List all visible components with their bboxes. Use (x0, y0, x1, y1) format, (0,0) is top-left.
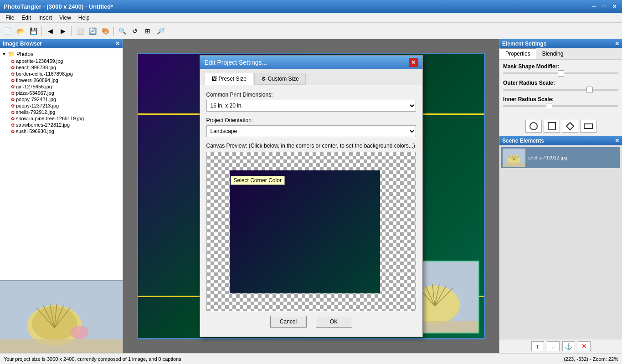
scene-item[interactable]: shells-792912.jpg (501, 147, 620, 168)
file-tree: ▼ 📁 Photos ✿ appetite-1238459.jpg ✿ beac… (0, 48, 123, 280)
menu-insert[interactable]: Insert (35, 14, 56, 22)
canvas-inner (230, 170, 380, 293)
diamond-shape-button[interactable] (562, 120, 578, 133)
mask-shape-slider[interactable] (503, 72, 618, 74)
canvas-preview-area[interactable]: Select Corner Color (206, 152, 416, 311)
expand-icon[interactable]: ▼ (2, 51, 6, 56)
element-settings-tabs: Properties Blending (499, 48, 622, 60)
scene-elements-title: Scene Elements (502, 138, 544, 144)
prev-button[interactable]: ◀ (44, 25, 56, 37)
minimize-button[interactable]: ─ (590, 2, 598, 10)
rect-shape-button[interactable] (580, 120, 596, 133)
inner-radius-slider[interactable] (503, 105, 618, 107)
inner-radius-thumb[interactable] (546, 103, 552, 109)
list-item[interactable]: ✿ border-collie-1167898.jpg (2, 71, 121, 77)
element-settings-close[interactable]: ✕ (615, 41, 619, 47)
tab-preset-size[interactable]: 🖼 Preset Size (205, 73, 253, 85)
next-button[interactable]: ▶ (57, 25, 69, 37)
edit-project-settings-dialog: Edit Project Settings... ✕ 🖼 Preset Size… (200, 55, 423, 337)
scene-elements-list: shells-792912.jpg (499, 145, 622, 339)
canvas-area[interactable]: Edit Project Settings... ✕ 🖼 Preset Size… (123, 39, 499, 353)
tree-root[interactable]: ▼ 📁 Photos (2, 50, 121, 58)
file-label: snow-in-pine-tree-1265119.jpg (16, 116, 84, 121)
zoom-in-button[interactable]: 🔍 (116, 25, 128, 37)
right-bottom-toolbar: ↑ ↓ ⚓ ✕ (499, 339, 622, 353)
orientation-group: Project Orientation: Portrait Landscape (206, 117, 416, 137)
list-item[interactable]: ✿ shells-792912.jpg (2, 109, 121, 115)
mask-shape-label: Mask Shape Modifier: (503, 63, 618, 70)
outer-radius-slider-row: Outer Radius Scale: (503, 80, 618, 91)
tab-blending[interactable]: Blending (536, 48, 570, 59)
tab-custom-size[interactable]: ⚙ Custom Size (254, 73, 306, 85)
new-button[interactable]: 📄 (2, 25, 14, 37)
image-browser-close[interactable]: ✕ (115, 41, 120, 47)
save-button[interactable]: 💾 (27, 25, 39, 37)
menu-help[interactable]: Help (75, 14, 93, 22)
modal-close-button[interactable]: ✕ (409, 58, 418, 67)
move-up-button[interactable]: ↑ (531, 341, 544, 351)
move-down-button[interactable]: ↓ (547, 341, 560, 351)
mask-shape-thumb[interactable] (558, 70, 564, 77)
list-item[interactable]: ✿ pizza-634967.jpg (2, 90, 121, 96)
file-label: beach-998788.jpg (16, 65, 56, 70)
list-item[interactable]: ✿ flowers-260894.jpg (2, 77, 121, 83)
scene-elements-close[interactable]: ✕ (615, 138, 619, 144)
outer-radius-slider[interactable] (503, 89, 618, 91)
file-label: flowers-260894.jpg (16, 77, 58, 83)
svg-rect-31 (503, 163, 525, 167)
toolbar-sep-3 (113, 26, 114, 36)
dimensions-select[interactable]: 4 in. x 6 in. 5 in. x 7 in. 8 in. x 10 i… (206, 100, 416, 112)
square-shape-button[interactable] (544, 120, 560, 133)
toolbar-sep-2 (71, 26, 72, 36)
color-button[interactable]: 🎨 (99, 25, 111, 37)
list-item[interactable]: ✿ appetite-1238459.jpg (2, 58, 121, 64)
copy-button[interactable]: ⬜ (74, 25, 86, 37)
folder-icon: 📁 (8, 51, 15, 57)
leaf-icon: ✿ (11, 59, 15, 64)
close-button[interactable]: ✕ (610, 2, 618, 10)
list-item[interactable]: ✿ poppy-792421.jpg (2, 96, 121, 103)
tab-properties[interactable]: Properties (499, 48, 536, 59)
leaf-icon: ✿ (11, 97, 15, 102)
list-item[interactable]: ✿ puppy-1237213.jpg (2, 103, 121, 109)
modal-body: Common Print Dimensions: 4 in. x 6 in. 5… (200, 85, 422, 337)
status-left: Your project size is 3000 x 2400, curren… (4, 356, 181, 362)
ok-button[interactable]: OK (316, 316, 352, 328)
menu-view[interactable]: View (56, 14, 75, 22)
menubar: File Edit Insert View Help (0, 13, 622, 23)
scene-elements-header: Scene Elements ✕ (499, 136, 622, 145)
anchor-button[interactable]: ⚓ (562, 341, 575, 351)
menu-file[interactable]: File (2, 14, 18, 22)
file-label: shells-792912.jpg (16, 109, 55, 115)
scene-item-thumbnail (503, 149, 525, 167)
list-item[interactable]: ✿ sushi-596930.jpg (2, 128, 121, 134)
outer-radius-thumb[interactable] (586, 87, 593, 93)
maximize-button[interactable]: □ (600, 2, 608, 10)
refresh-button[interactable]: ↺ (129, 25, 141, 37)
circle-shape-button[interactable] (525, 120, 542, 133)
leaf-icon: ✿ (11, 103, 15, 108)
list-item[interactable]: ✿ strawberries-272812.jpg (2, 122, 121, 128)
list-item[interactable]: ✿ snow-in-pine-tree-1265119.jpg (2, 115, 121, 122)
file-label: sushi-596930.jpg (16, 128, 54, 134)
list-item[interactable]: ✿ girl-1275656.jpg (2, 83, 121, 90)
svg-rect-23 (584, 124, 592, 128)
leaf-icon: ✿ (11, 123, 15, 128)
element-settings-header: Element Settings ✕ (499, 39, 622, 48)
open-button[interactable]: 📂 (15, 25, 26, 37)
menu-edit[interactable]: Edit (18, 14, 35, 22)
fit-button[interactable]: ⊞ (142, 25, 154, 37)
orientation-select[interactable]: Portrait Landscape (206, 125, 416, 137)
paste-button[interactable]: 🔄 (87, 25, 98, 37)
file-label: poppy-792421.jpg (16, 97, 56, 102)
delete-button[interactable]: ✕ (578, 341, 591, 351)
leaf-icon: ✿ (11, 78, 15, 83)
cancel-button[interactable]: Cancel (270, 316, 307, 328)
outer-radius-label: Outer Radius Scale: (503, 80, 618, 86)
svg-point-2 (32, 306, 77, 341)
modal-title: Edit Project Settings... (205, 59, 267, 66)
list-item[interactable]: ✿ beach-998788.jpg (2, 64, 121, 71)
file-label: girl-1275656.jpg (16, 84, 52, 89)
zoom-out-button[interactable]: 🔎 (154, 25, 166, 37)
right-panel: Element Settings ✕ Properties Blending M… (499, 39, 622, 353)
